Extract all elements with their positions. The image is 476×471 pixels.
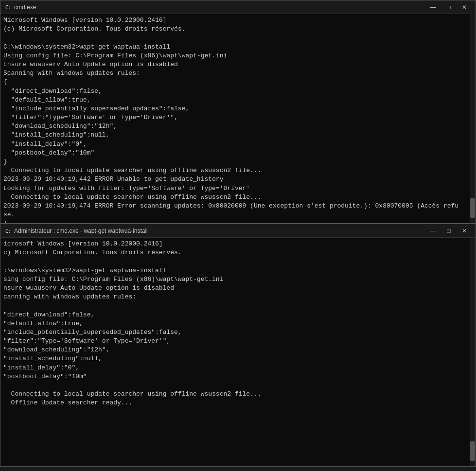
window-controls-2: — □ ✕ [426, 226, 472, 236]
window-controls-1: — □ ✕ [426, 2, 472, 13]
svg-text:C:: C: [5, 5, 11, 10]
minimize-btn-2[interactable]: — [426, 226, 441, 236]
close-btn-1[interactable]: ✕ [457, 2, 472, 13]
console-output-2: icrosoft Windows [version 10.0.22000.241… [0, 238, 476, 466]
scrollbar-2[interactable] [470, 238, 476, 466]
cmd-icon-1: C: [4, 4, 11, 11]
title-bar-1[interactable]: C: cmd.exe — □ ✕ [0, 0, 476, 14]
window-title-2: Administrateur : cmd.exe - wapt-get wapt… [14, 227, 423, 234]
close-btn-2[interactable]: ✕ [457, 226, 472, 236]
window-2: C: Administrateur : cmd.exe - wapt-get w… [0, 224, 476, 467]
scrollbar-1[interactable] [470, 14, 476, 223]
title-bar-2[interactable]: C: Administrateur : cmd.exe - wapt-get w… [0, 224, 476, 238]
window-title-1: cmd.exe [14, 4, 423, 11]
minimize-btn-1[interactable]: — [426, 2, 441, 13]
console-output-1: Microsoft Windows [version 10.0.22000.24… [0, 14, 476, 223]
window-1: C: cmd.exe — □ ✕ Microsoft Windows [vers… [0, 0, 476, 224]
svg-text:C:: C: [5, 228, 11, 234]
maximize-btn-2[interactable]: □ [441, 226, 456, 236]
scrollbar-thumb-2[interactable] [470, 441, 475, 461]
cmd-icon-2: C: [4, 227, 11, 234]
scrollbar-thumb-1[interactable] [470, 198, 475, 218]
maximize-btn-1[interactable]: □ [441, 2, 456, 13]
